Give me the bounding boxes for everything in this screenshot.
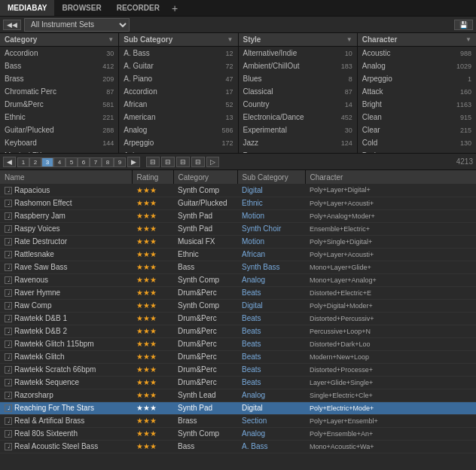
filter-list-item[interactable]: Bass412: [0, 60, 118, 72]
filter-list-item[interactable]: Pop572: [239, 149, 357, 153]
page-button-1[interactable]: 1: [17, 157, 29, 167]
pagination-nav-left[interactable]: ◀: [3, 157, 16, 167]
page-button-2[interactable]: 2: [29, 157, 41, 167]
filter-list-item[interactable]: Asian53: [119, 149, 237, 153]
tab-add-button[interactable]: +: [167, 0, 182, 17]
filter-list-item[interactable]: Alternative/Indie10: [239, 47, 357, 60]
row-icon: ♩: [5, 302, 12, 310]
table-row[interactable]: ♩Real 80s Sixteenth★★★Synth CompAnalogPo…: [0, 427, 476, 440]
filter-list-item[interactable]: Clean915: [358, 111, 476, 124]
row-rating: ★★★: [132, 363, 173, 376]
table-header-rating[interactable]: Rating: [132, 170, 173, 184]
page-button-7[interactable]: 7: [90, 157, 102, 167]
table-row[interactable]: ♩Rashomon Effect★★★Guitar/PluckedEthnicP…: [0, 197, 476, 209]
filter-list-item[interactable]: Analog586: [119, 124, 237, 136]
filter-list-item[interactable]: Drum&Perc581: [0, 98, 118, 111]
filter-list-item[interactable]: Arpeggio172: [119, 136, 237, 149]
view-icon-1[interactable]: ⊟: [161, 157, 175, 167]
view-icon-2[interactable]: ⊟: [176, 157, 190, 167]
pagination-nav-right[interactable]: ▶: [127, 157, 140, 167]
tab-browser[interactable]: BROWSER: [54, 0, 108, 16]
table-row[interactable]: ♩Rawtekk Sequence★★★Drum&PercBeatsLayer+…: [0, 376, 476, 389]
filter-list-item[interactable]: Clear215: [358, 124, 476, 136]
table-row[interactable]: ♩Reaching For The Stars★★★Synth PadDigit…: [0, 401, 476, 414]
row-category: Bass: [173, 261, 237, 273]
filter-list-item[interactable]: Blues8: [239, 72, 357, 85]
filter-list-item[interactable]: Electronica/Dance452: [239, 111, 357, 124]
save-button[interactable]: 💾: [454, 20, 473, 30]
filter-list-item[interactable]: Chromatic Perc87: [0, 85, 118, 98]
results-section[interactable]: NameRatingCategorySub CategoryCharacter …: [0, 170, 476, 453]
filter-character-header[interactable]: Character ▼: [358, 33, 476, 47]
table-row[interactable]: ♩Raspy Voices★★★Synth PadSynth ChoirEnse…: [0, 222, 476, 235]
page-button-6[interactable]: 6: [78, 157, 90, 167]
nav-left-button[interactable]: ◀◀: [3, 20, 21, 30]
filter-list-item[interactable]: Accordion30: [0, 47, 118, 60]
table-row[interactable]: ♩Rave Saw Bass★★★BassSynth BassMono+Laye…: [0, 261, 476, 273]
filter-category-header[interactable]: Category ▼: [0, 33, 118, 47]
filter-list-item[interactable]: Cold130: [358, 136, 476, 149]
page-button-4[interactable]: 4: [53, 157, 66, 167]
tab-recorder[interactable]: RECORDER: [109, 0, 167, 16]
row-rating: ★★★: [132, 286, 173, 299]
table-header-category[interactable]: Category: [173, 170, 237, 184]
instrument-select[interactable]: All Instrument Sets: [24, 18, 130, 32]
table-row[interactable]: ♩Ravenous★★★Synth CompAnalogMono+Layer+A…: [0, 273, 476, 286]
filter-list-item[interactable]: Guitar/Plucked288: [0, 124, 118, 136]
filter-list-item[interactable]: Musical FX201: [0, 149, 118, 153]
filter-list-item[interactable]: Arpeggio1: [358, 72, 476, 85]
table-row[interactable]: ♩Rawtekk D&B 2★★★Drum&PercBeatsPercussiv…: [0, 325, 476, 337]
filter-list-item[interactable]: Analog1029: [358, 60, 476, 72]
table-row[interactable]: ♩Real & Artifical Brass★★★BrassSectionPo…: [0, 414, 476, 427]
table-row[interactable]: ♩Rawtekk Glitch 115bpm★★★Drum&PercBeatsD…: [0, 337, 476, 350]
table-row[interactable]: ♩Razorsharp★★★Synth LeadAnalogSingle+Ele…: [0, 389, 476, 401]
filter-list-item[interactable]: Keyboard144: [0, 136, 118, 149]
table-row[interactable]: ♩Rawtekk Glitch★★★Drum&PercBeatsModern+N…: [0, 350, 476, 363]
table-row[interactable]: ♩Rawtekk Scratch 66bpm★★★Drum&PercBeatsD…: [0, 363, 476, 376]
row-icon: ♩: [5, 238, 12, 246]
page-button-5[interactable]: 5: [66, 157, 78, 167]
filter-list-item[interactable]: Classical87: [239, 85, 357, 98]
row-rating: ★★★: [132, 184, 173, 197]
row-rating: ★★★: [132, 209, 173, 222]
page-button-8[interactable]: 8: [102, 157, 114, 167]
filter-subcategory-header[interactable]: Sub Category ▼: [119, 33, 237, 47]
filter-list-item[interactable]: A. Piano47: [119, 72, 237, 85]
filter-style-header[interactable]: Style ▼: [239, 33, 357, 47]
page-button-9[interactable]: 9: [114, 157, 126, 167]
filter-list-item[interactable]: African52: [119, 98, 237, 111]
filter-list-item[interactable]: Jazz124: [239, 136, 357, 149]
filter-list-item[interactable]: Dark358: [358, 149, 476, 153]
filter-list-item[interactable]: American13: [119, 111, 237, 124]
filter-list-item[interactable]: Acoustic988: [358, 47, 476, 60]
table-row[interactable]: ♩Rattlesnake★★★EthnicAfricanPoly+Layer+A…: [0, 248, 476, 261]
filter-list-item[interactable]: Ambient/ChillOut183: [239, 60, 357, 72]
table-row[interactable]: ♩Rawtekk D&B 1★★★Drum&PercBeatsDistorted…: [0, 312, 476, 325]
filter-list-item[interactable]: A. Bass12: [119, 47, 237, 60]
filter-list-item[interactable]: Attack160: [358, 85, 476, 98]
filter-list-item[interactable]: Bright1163: [358, 98, 476, 111]
table-row[interactable]: ♩Raver Hymne★★★Drum&PercBeatsDistorted+E…: [0, 286, 476, 299]
table-row[interactable]: ♩Rapacious★★★Synth CompDigitalPoly+Layer…: [0, 184, 476, 197]
filter-list-item[interactable]: Brass209: [0, 72, 118, 85]
row-icon: ♩: [5, 443, 12, 450]
row-character: Poly+Electric+Mode+: [305, 401, 476, 414]
table-header-character[interactable]: Character: [305, 170, 476, 184]
filter-style-label: Style: [243, 35, 261, 44]
filter-list-item[interactable]: Ethnic221: [0, 111, 118, 124]
filter-list-item[interactable]: Experimental30: [239, 124, 357, 136]
table-row[interactable]: ♩Rate Destructor★★★Musical FXMotionPoly+…: [0, 235, 476, 248]
view-icon-4[interactable]: ▷: [206, 157, 219, 167]
page-button-3[interactable]: 3: [41, 157, 53, 167]
filter-list-item[interactable]: Country14: [239, 98, 357, 111]
table-row[interactable]: ♩Raw Comp★★★Synth CompDigitalPoly+Digita…: [0, 299, 476, 312]
view-icon-0[interactable]: ⊟: [146, 157, 160, 167]
filter-list-item[interactable]: Accordion17: [119, 85, 237, 98]
view-icon-3[interactable]: ⊟: [191, 157, 205, 167]
filter-list-item[interactable]: A. Guitar72: [119, 60, 237, 72]
table-row[interactable]: ♩Raspberry Jam★★★Synth PadMotionPoly+Ana…: [0, 209, 476, 222]
tab-mediabay[interactable]: MEDIABAY: [0, 0, 54, 16]
table-header-sub-category[interactable]: Sub Category: [237, 170, 305, 184]
table-row[interactable]: ♩Real Acoustic Steel Bass★★★BassA. BassM…: [0, 440, 476, 453]
table-header-name[interactable]: Name: [0, 170, 132, 184]
